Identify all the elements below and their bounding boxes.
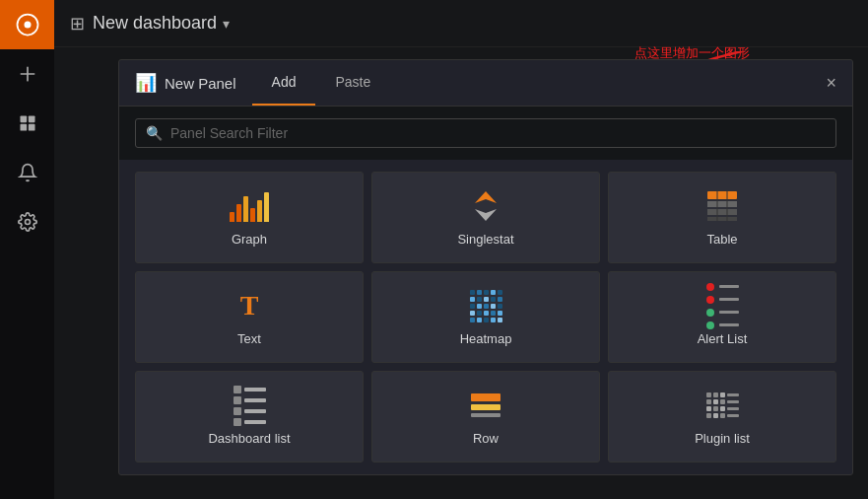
sidebar-item-alerts[interactable] <box>0 148 54 197</box>
svg-rect-11 <box>707 201 737 207</box>
graph-icon <box>232 188 267 224</box>
panel-item-singlestat[interactable]: Singlestat <box>371 172 600 263</box>
dashboard-icon: ⊞ <box>70 13 85 35</box>
svg-point-16 <box>706 283 714 291</box>
tab-paste[interactable]: Paste <box>315 60 390 106</box>
svg-marker-8 <box>475 191 497 203</box>
panel-item-heatmap[interactable]: Heatmap <box>371 271 600 363</box>
dashlist-label: Dashboard list <box>208 431 290 446</box>
row-label: Row <box>473 431 499 446</box>
sidebar-logo[interactable] <box>0 0 54 49</box>
svg-rect-5 <box>28 124 34 131</box>
panel-dialog: 📊 New Panel Add Paste × 🔍 <box>118 59 853 475</box>
text-icon: T <box>232 288 267 323</box>
panel-item-dashlist[interactable]: Dashboard list <box>135 371 364 463</box>
dashboard-title: New dashboard <box>93 13 217 34</box>
panel-item-pluginlist[interactable]: Plugin list <box>608 371 836 463</box>
panel-item-graph[interactable]: Graph <box>135 172 364 263</box>
topbar: ⊞ New dashboard ▾ <box>54 0 868 47</box>
heatmap-label: Heatmap <box>460 331 512 346</box>
tab-add[interactable]: Add <box>252 60 316 106</box>
text-label: Text <box>237 331 261 346</box>
svg-rect-22 <box>234 407 241 415</box>
svg-rect-10 <box>707 191 737 199</box>
panel-icon: 📊 <box>135 72 157 94</box>
dialog-title: 📊 New Panel <box>119 60 252 106</box>
main-content: ⊞ New dashboard ▾ 点这里增加一个图形 📊 New Panel … <box>54 0 868 499</box>
svg-rect-20 <box>234 386 241 393</box>
alertlist-label: Alert List <box>698 331 748 346</box>
svg-rect-2 <box>20 116 27 123</box>
svg-rect-3 <box>28 116 34 123</box>
sidebar-item-add[interactable] <box>0 49 54 99</box>
table-icon <box>704 188 740 224</box>
sidebar-item-settings[interactable] <box>0 197 54 247</box>
panel-item-row[interactable]: Row <box>371 371 600 463</box>
svg-rect-4 <box>20 124 27 131</box>
close-button[interactable]: × <box>810 60 852 106</box>
svg-point-17 <box>706 296 714 304</box>
svg-point-19 <box>706 321 714 329</box>
panel-item-alertlist[interactable]: Alert List <box>608 271 836 363</box>
svg-marker-9 <box>475 209 497 221</box>
singlestat-icon <box>468 188 503 224</box>
search-input[interactable] <box>170 125 826 141</box>
dialog-title-text: New Panel <box>165 75 236 92</box>
svg-point-18 <box>706 309 714 317</box>
svg-rect-23 <box>234 418 241 426</box>
svg-rect-12 <box>707 209 737 215</box>
svg-point-1 <box>24 22 31 29</box>
heatmap-icon <box>468 288 503 323</box>
search-wrapper: 🔍 <box>135 118 836 148</box>
pluginlist-icon <box>704 388 740 423</box>
row-icon <box>468 388 503 423</box>
search-section: 🔍 <box>119 107 852 160</box>
table-label: Table <box>706 232 737 247</box>
sidebar-item-home[interactable] <box>0 99 54 148</box>
alertlist-icon <box>704 288 740 323</box>
svg-rect-13 <box>707 217 737 221</box>
dialog-header: 📊 New Panel Add Paste × <box>119 60 852 107</box>
graph-label: Graph <box>232 232 267 247</box>
sidebar <box>0 0 54 499</box>
svg-point-6 <box>25 220 30 225</box>
panel-item-table[interactable]: Table <box>608 172 836 263</box>
panel-grid: Graph Singlestat <box>119 160 852 474</box>
singlestat-label: Singlestat <box>457 232 513 247</box>
search-icon: 🔍 <box>146 125 163 141</box>
svg-rect-21 <box>234 396 241 404</box>
pluginlist-label: Plugin list <box>695 431 750 446</box>
dashlist-icon <box>232 388 267 423</box>
page-title: New dashboard ▾ <box>93 13 230 34</box>
dropdown-arrow[interactable]: ▾ <box>223 16 230 32</box>
panel-item-text[interactable]: T Text <box>135 271 364 363</box>
